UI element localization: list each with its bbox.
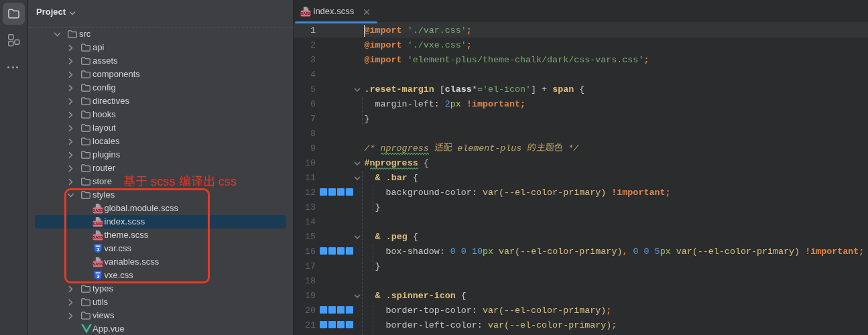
svg-text:SASS: SASS xyxy=(301,11,311,15)
